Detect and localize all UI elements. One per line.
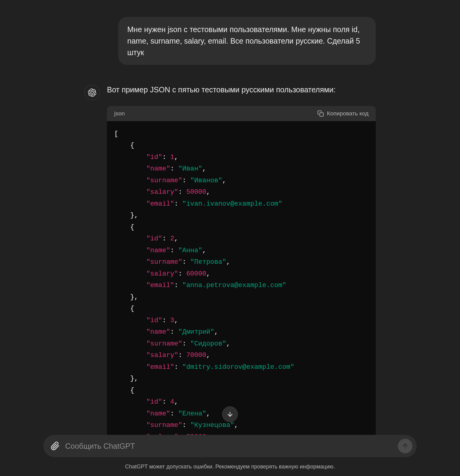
user-message-bubble: Мне нужен json с тестовыми пользователям…: [118, 17, 376, 65]
user-message-text: Мне нужен json с тестовыми пользователям…: [127, 25, 360, 57]
svg-rect-0: [320, 113, 323, 116]
footer-disclaimer: ChatGPT может допускать ошибки. Рекоменд…: [0, 464, 460, 470]
copy-code-button[interactable]: Копировать код: [317, 110, 368, 117]
assistant-message-row: Вот пример JSON с пятью тестовыми русски…: [84, 84, 376, 443]
paperclip-icon: [51, 441, 60, 451]
input-bar-wrap: Сообщить ChatGPT: [0, 435, 460, 457]
send-button[interactable]: [398, 439, 412, 453]
scroll-to-bottom-button[interactable]: [222, 406, 238, 422]
assistant-intro-text: Вот пример JSON с пятью тестовыми русски…: [107, 84, 376, 96]
copy-icon: [317, 110, 324, 117]
code-language-label: json: [114, 110, 125, 117]
chat-container: Мне нужен json с тестовыми пользователям…: [44, 0, 416, 443]
code-header: json Копировать код: [107, 106, 376, 121]
code-content[interactable]: [ { "id": 1, "name": "Иван", "surname": …: [107, 121, 376, 443]
message-input-placeholder[interactable]: Сообщить ChatGPT: [65, 442, 398, 451]
assistant-content: Вот пример JSON с пятью тестовыми русски…: [107, 84, 376, 443]
arrow-up-icon: [402, 442, 409, 450]
code-block: json Копировать код [ { "id": 1, "name":…: [107, 106, 376, 443]
assistant-avatar: [84, 85, 100, 100]
user-message-row: Мне нужен json с тестовыми пользователям…: [84, 17, 376, 65]
openai-logo-icon: [88, 88, 96, 97]
copy-code-label: Копировать код: [327, 110, 368, 117]
attach-file-button[interactable]: [51, 441, 60, 451]
arrow-down-icon: [226, 411, 234, 418]
message-input-bar[interactable]: Сообщить ChatGPT: [43, 435, 417, 457]
